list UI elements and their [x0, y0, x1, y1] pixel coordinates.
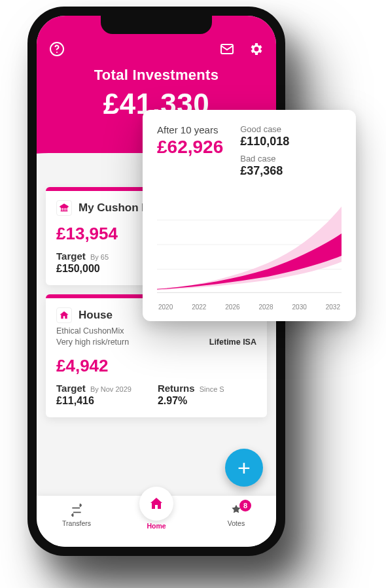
- house-icon: [56, 307, 72, 323]
- card-sub2: Very high risk/return: [56, 337, 129, 348]
- projection-chart: 2020 2022 2026 2028 2030 2032: [157, 192, 342, 311]
- projection-period: After 10 years: [157, 124, 223, 135]
- nav-votes[interactable]: 8 Votes: [207, 502, 266, 527]
- good-case-label: Good case: [240, 124, 289, 134]
- card-sub1: Ethical CushonMix: [56, 326, 129, 337]
- bottom-nav: Transfers Home 8 Votes: [37, 496, 276, 547]
- votes-badge: 8: [239, 500, 251, 511]
- target-value: £150,000: [56, 263, 109, 275]
- add-button[interactable]: +: [225, 449, 263, 487]
- card-amount: £4,942: [56, 356, 256, 376]
- nav-label: Home: [127, 522, 186, 530]
- transfers-icon: [70, 504, 83, 518]
- svg-point-1: [56, 52, 58, 53]
- nav-label: Votes: [207, 519, 266, 527]
- projection-card: After 10 years £62,926 Good case £110,01…: [143, 110, 356, 321]
- nav-label: Transfers: [47, 519, 106, 527]
- projection-main: £62,926: [157, 137, 223, 158]
- nav-transfers[interactable]: Transfers: [47, 502, 106, 527]
- target-by: By Nov 2029: [90, 385, 132, 393]
- settings-icon[interactable]: [247, 41, 264, 58]
- chart-xticks: 2020 2022 2026 2028 2030 2032: [157, 303, 342, 311]
- target-by: By 65: [90, 253, 109, 261]
- returns-value: 2.97%: [158, 395, 224, 407]
- nav-home[interactable]: Home: [127, 502, 186, 530]
- returns-since: Since S: [200, 385, 224, 393]
- mail-icon[interactable]: [219, 41, 236, 58]
- card-tag: Lifetime ISA: [209, 337, 256, 348]
- bad-case-value: £37,368: [240, 164, 289, 178]
- home-icon: [139, 487, 173, 521]
- card-title: House: [79, 309, 113, 322]
- phone-notch: [101, 16, 212, 34]
- target-label: Target: [56, 251, 86, 262]
- good-case-value: £110,018: [240, 135, 289, 148]
- bank-icon: [56, 200, 72, 216]
- target-label: Target: [56, 383, 86, 394]
- target-value: £11,416: [56, 395, 132, 407]
- help-icon[interactable]: [48, 41, 65, 58]
- bad-case-label: Bad case: [240, 154, 289, 164]
- returns-label: Returns: [158, 383, 195, 394]
- header-title: Total Investments: [37, 67, 276, 84]
